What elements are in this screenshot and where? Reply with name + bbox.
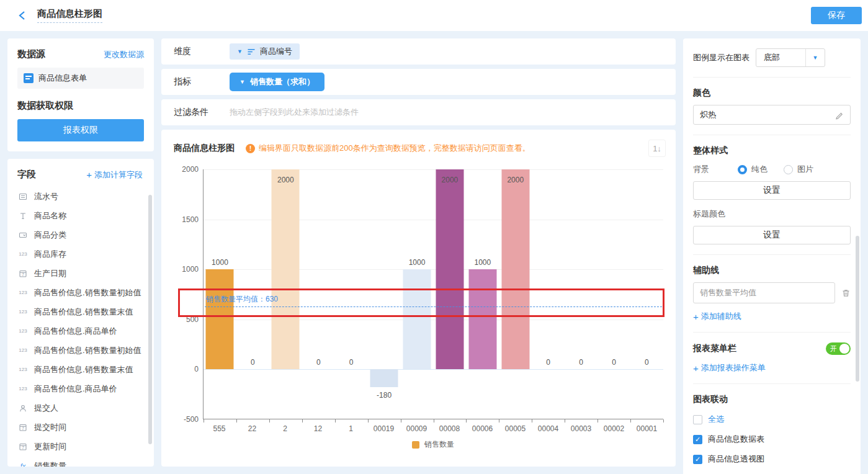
date-field-icon: 7 [17, 442, 29, 451]
formula-field-icon: fx [17, 462, 29, 467]
aux-line-input[interactable]: 销售数量平均值 [693, 282, 835, 303]
datasource-item[interactable]: 商品信息表单 [17, 68, 144, 89]
bar-column: 0 [302, 169, 335, 419]
background-option[interactable]: 纯色 [738, 164, 767, 175]
filter-label: 过滤条件 [174, 107, 230, 118]
field-label: 商品库存 [34, 249, 66, 260]
color-scheme-value: 炽热 [700, 109, 834, 120]
edit-pencil-icon[interactable] [834, 110, 844, 120]
linkage-label: 商品信息数据表 [708, 434, 764, 445]
field-label: 商品分类 [34, 230, 66, 241]
radio-icon[interactable] [784, 165, 793, 174]
x-tick-label: 00003 [565, 424, 597, 433]
fields-title: 字段 [17, 169, 36, 181]
field-item[interactable]: 123商品售价信息.销售数量末值 [17, 302, 150, 321]
bar-value-label: 1000 [401, 258, 434, 267]
field-item[interactable]: 123商品售价信息.销售数量末值 [17, 360, 150, 379]
field-item[interactable]: 商品分类 [17, 225, 150, 244]
x-tick-label: 00009 [400, 424, 433, 433]
title-color-set-button[interactable]: 设置 [693, 226, 851, 244]
datasource-name: 商品信息表单 [38, 73, 87, 84]
field-label: 商品售价信息.商品单价 [34, 383, 117, 395]
dimension-tag[interactable]: ▼ 商品编号 [230, 43, 300, 60]
field-item[interactable]: 流水号 [17, 187, 150, 206]
metric-tag[interactable]: ▼ 销售数量（求和） [230, 73, 324, 91]
person-field-icon [17, 404, 29, 413]
y-tick-label: 500 [171, 315, 199, 324]
field-label: 生产日期 [34, 268, 66, 279]
legend-position-select[interactable]: 底部 ▼ [756, 48, 825, 67]
field-item[interactable]: 123商品售价信息.销售数量初始值 [17, 341, 150, 360]
add-calc-field-link[interactable]: + 添加计算字段 [86, 169, 143, 181]
overall-style-title: 整体样式 [693, 145, 851, 156]
plus-icon: + [86, 170, 92, 179]
add-report-menu-link[interactable]: + 添加报表操作菜单 [693, 362, 851, 373]
save-button[interactable]: 保存 [811, 7, 862, 24]
style-panel: 图例显示在图表 底部 ▼ 颜色 炽热 整体样式 背景 纯色图片 设置 标题颜色 [683, 38, 861, 474]
add-calc-field-label: 添加计算字段 [94, 169, 143, 181]
field-item[interactable]: fx销售数量 [17, 456, 150, 467]
field-item[interactable]: 7生产日期 [17, 264, 150, 283]
bar [501, 169, 529, 369]
checkbox[interactable]: ✓ [693, 435, 702, 444]
x-tick-mark [434, 419, 434, 423]
chart-legend[interactable]: 销售数量 [203, 439, 663, 450]
report-permission-button[interactable]: 报表权限 [17, 119, 144, 141]
checkbox[interactable]: ✓ [693, 455, 702, 464]
linkage-list: ✓商品信息数据表✓商品信息透视图 [693, 434, 851, 465]
date-field-icon: 7 [17, 269, 29, 278]
field-item[interactable]: 商品名称 [17, 206, 150, 225]
reference-line [205, 306, 662, 307]
radio-icon[interactable] [738, 165, 747, 174]
add-aux-line-link[interactable]: + 添加辅助线 [693, 311, 851, 322]
left-sidebar: 数据源 更改数据源 商品信息表单 数据获取权限 报表权限 字段 + 添加计算字段… [7, 38, 154, 467]
background-option[interactable]: 图片 [784, 164, 813, 175]
color-scheme-input[interactable]: 炽热 [693, 105, 851, 125]
background-radio-group: 纯色图片 [738, 164, 813, 175]
back-button[interactable] [14, 7, 31, 24]
select-all-link[interactable]: 全选 [708, 414, 724, 425]
legend-position-value: 底部 [756, 49, 806, 66]
field-item[interactable]: 提交人 [17, 398, 150, 418]
linkage-item[interactable]: ✓商品信息数据表 [693, 434, 851, 445]
field-label: 商品名称 [34, 210, 66, 221]
report-menu-toggle[interactable]: 开 [826, 342, 851, 355]
fields-scrollbar[interactable] [148, 195, 152, 444]
chart-linkage-title: 图表联动 [693, 394, 851, 405]
bar [468, 269, 496, 369]
bar-value-label: 0 [597, 358, 630, 367]
field-label: 商品售价信息.销售数量初始值 [34, 287, 141, 298]
field-item[interactable]: 123商品库存 [17, 244, 150, 264]
bar-value-label: 1000 [466, 258, 499, 267]
report-menu-title: 报表菜单栏 [693, 343, 736, 354]
chevron-down-icon[interactable]: ▼ [806, 49, 825, 66]
radio-label: 纯色 [751, 164, 767, 175]
bar-value-label: -180 [368, 391, 401, 400]
x-tick-mark [401, 419, 401, 423]
divider [693, 77, 851, 78]
style-panel-scrollbar[interactable] [856, 236, 859, 382]
page-title: 商品信息柱形图 [37, 8, 102, 23]
chart-title: 商品信息柱形图 [174, 143, 235, 154]
select-all-checkbox[interactable] [693, 415, 702, 424]
number-field-icon: 123 [17, 367, 29, 372]
field-item[interactable]: 123商品售价信息.商品单价 [17, 321, 150, 341]
sort-button[interactable]: 1↓ [648, 140, 666, 157]
field-item[interactable]: 7提交时间 [17, 418, 150, 437]
linkage-item[interactable]: ✓商品信息透视图 [693, 454, 851, 465]
metric-value: 销售数量（求和） [250, 76, 315, 87]
field-item[interactable]: 7更新时间 [17, 437, 150, 456]
field-item[interactable]: 123商品售价信息.销售数量初始值 [17, 283, 150, 302]
legend-label: 销售数量 [424, 439, 454, 450]
background-label: 背景 [693, 164, 738, 175]
field-item[interactable]: 123商品售价信息.商品单价 [17, 379, 150, 398]
change-datasource-link[interactable]: 更改数据源 [104, 49, 144, 60]
bar-column: 0 [335, 169, 368, 419]
trash-icon[interactable] [841, 288, 851, 298]
field-label: 提交人 [34, 403, 58, 414]
x-axis-labels: 5552221210001900009000080000600005000040… [203, 424, 663, 433]
background-set-button[interactable]: 设置 [693, 181, 851, 200]
number-field-icon: 123 [17, 347, 29, 353]
filter-row[interactable]: 过滤条件 拖动左侧字段到此处来添加过滤条件 [161, 99, 676, 125]
x-tick-label: 2 [269, 424, 302, 433]
